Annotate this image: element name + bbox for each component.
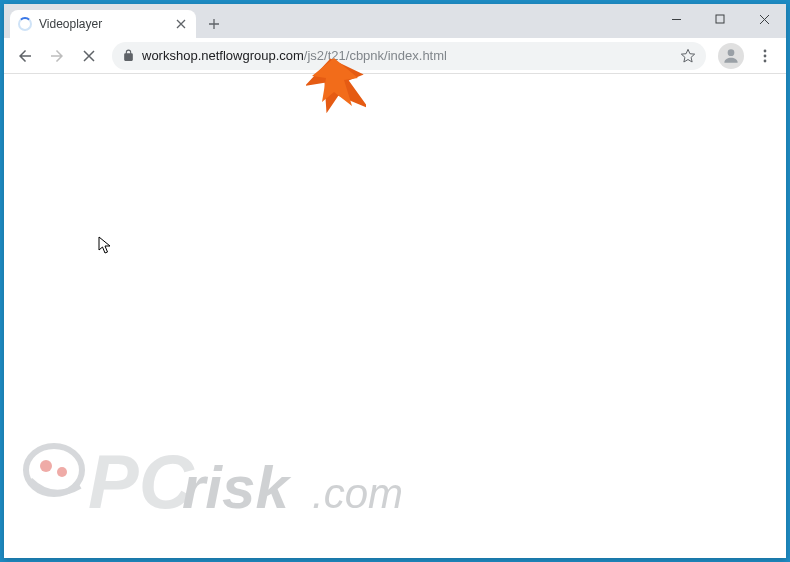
svg-point-3 [764,54,767,57]
address-bar[interactable]: workshop.netflowgroup.com/js2/t21/cbpnk/… [112,42,706,70]
browser-window: Videoplayer [4,4,786,558]
toolbar: workshop.netflowgroup.com/js2/t21/cbpnk/… [4,38,786,74]
tab-title: Videoplayer [39,17,167,31]
stop-reload-button[interactable] [74,41,104,71]
close-tab-button[interactable] [174,17,188,31]
bookmark-button[interactable] [680,48,696,64]
maximize-button[interactable] [698,4,742,34]
back-button[interactable] [10,41,40,71]
url-text: workshop.netflowgroup.com/js2/t21/cbpnk/… [142,48,673,63]
browser-tab[interactable]: Videoplayer [10,10,196,38]
loading-spinner-icon [18,17,32,31]
svg-point-4 [764,59,767,62]
lock-icon [122,49,135,62]
close-window-button[interactable] [742,4,786,34]
url-path: /js2/t21/cbpnk/index.html [304,48,447,63]
svg-point-1 [728,49,735,56]
window-controls [654,4,786,34]
url-host: workshop.netflowgroup.com [142,48,304,63]
profile-button[interactable] [718,43,744,69]
minimize-button[interactable] [654,4,698,34]
new-tab-button[interactable] [200,10,228,38]
titlebar: Videoplayer [4,4,786,38]
forward-button[interactable] [42,41,72,71]
menu-button[interactable] [750,41,780,71]
page-content [4,74,786,558]
svg-point-2 [764,49,767,52]
svg-rect-0 [716,15,724,23]
